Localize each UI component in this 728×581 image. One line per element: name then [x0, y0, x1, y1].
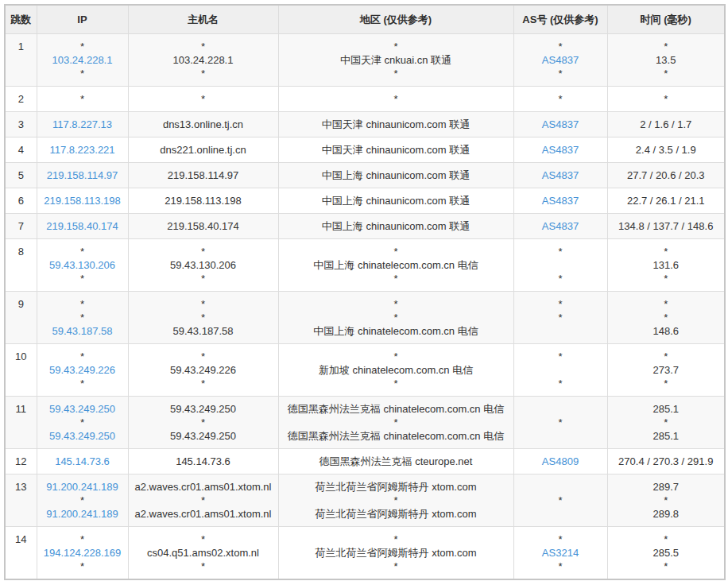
- ip-link[interactable]: 219.158.40.174: [46, 220, 118, 232]
- cell-hop: 14: [5, 527, 37, 580]
- cell-region: 中国上海 chinaunicom.com 联通: [278, 214, 513, 239]
- cell-hop: 12: [5, 449, 37, 474]
- cell-asn: *: [513, 87, 607, 112]
- ip-link[interactable]: 59.43.249.250: [49, 403, 115, 415]
- ip-link[interactable]: 219.158.114.97: [47, 169, 118, 181]
- cell-hop: 3: [5, 112, 37, 138]
- cell-asn: AS4837: [513, 163, 607, 188]
- cell-line: 270.4 / 270.3 / 291.9: [611, 455, 722, 468]
- cell-line: *: [41, 533, 125, 546]
- cell-line: *: [132, 416, 275, 429]
- ip-link[interactable]: 219.158.113.198: [44, 195, 121, 207]
- col-header-time: 时间 (毫秒): [607, 5, 725, 34]
- cell-line: *: [282, 40, 510, 53]
- cell-asn: *: [513, 397, 607, 449]
- cell-hop: 8: [5, 239, 37, 292]
- cell-line: *: [41, 311, 125, 324]
- cell-line: AS4837: [517, 143, 604, 157]
- cell-time: *273.7*: [607, 344, 725, 397]
- cell-line: *: [611, 297, 722, 311]
- cell-time: 289.7*289.8: [607, 474, 725, 527]
- cell-line: a2.waves.cr01.ams01.xtom.nl: [132, 507, 275, 521]
- cell-line: *: [41, 377, 125, 390]
- table-row: 8*59.43.130.206**59.43.130.206**中国上海 chi…: [5, 239, 725, 292]
- cell-hostname: *cs04.q51.ams02.xtom.nl*: [128, 527, 278, 580]
- cell-line: 27.7 / 20.6 / 20.3: [611, 168, 722, 182]
- cell-region: *中国天津 cnkuai.cn 联通*: [278, 34, 513, 87]
- cell-ip: 117.8.227.13: [37, 112, 128, 138]
- asn-link[interactable]: AS4837: [542, 169, 579, 181]
- asn-link[interactable]: AS4837: [542, 195, 579, 207]
- ip-link[interactable]: 194.124.228.169: [44, 547, 122, 559]
- cell-hostname: *103.24.228.1*: [128, 34, 278, 87]
- cell-time: **148.6: [607, 292, 725, 344]
- cell-region: 中国上海 chinaunicom.com 联通: [278, 188, 513, 214]
- table-row: 1391.200.241.189*91.200.241.189a2.waves.…: [5, 474, 725, 527]
- cell-line: 219.158.40.174: [41, 219, 125, 233]
- asn-link[interactable]: AS4837: [542, 220, 579, 232]
- cell-line: *: [611, 416, 722, 429]
- cell-line: *: [282, 560, 510, 573]
- cell-asn: * *: [513, 239, 607, 292]
- cell-line: 91.200.241.189: [41, 480, 125, 494]
- cell-ip: 219.158.113.198: [37, 188, 128, 214]
- cell-line: 德国黑森州法兰克福 cteurope.net: [282, 455, 510, 468]
- cell-line: *: [132, 40, 275, 53]
- ip-link[interactable]: 59.43.187.58: [52, 325, 113, 337]
- asn-link[interactable]: AS4837: [542, 144, 579, 156]
- cell-ip: **59.43.187.58: [37, 292, 128, 344]
- cell-line: 289.8: [611, 507, 722, 521]
- cell-ip: 145.14.73.6: [37, 449, 128, 474]
- cell-line: *: [41, 297, 125, 311]
- cell-line: AS3214: [517, 546, 604, 560]
- ip-link[interactable]: 91.200.241.189: [46, 508, 118, 520]
- cell-line: *: [132, 377, 275, 390]
- asn-link[interactable]: AS4809: [542, 455, 579, 467]
- cell-line: 145.14.73.6: [41, 455, 125, 468]
- cell-ip: 219.158.40.174: [37, 214, 128, 239]
- cell-time: 2.4 / 3.5 / 1.9: [607, 138, 725, 163]
- cell-line: 德国黑森州法兰克福 chinatelecom.com.cn 电信: [282, 429, 510, 443]
- cell-line: *: [41, 40, 125, 53]
- cell-line: *: [41, 92, 125, 106]
- cell-hostname: *: [128, 87, 278, 112]
- cell-line: 2.4 / 3.5 / 1.9: [611, 143, 722, 157]
- table-row: 14*194.124.228.169**cs04.q51.ams02.xtom.…: [5, 527, 725, 580]
- ip-link[interactable]: 59.43.249.226: [49, 364, 115, 376]
- ip-link[interactable]: 59.43.249.250: [49, 430, 115, 442]
- asn-link[interactable]: AS4837: [542, 54, 579, 66]
- cell-line: *: [41, 350, 125, 363]
- ip-link[interactable]: 117.8.223.221: [49, 144, 114, 156]
- cell-region: *中国上海 chinatelecom.com.cn 电信*: [278, 239, 513, 292]
- cell-line: 22.7 / 26.1 / 21.1: [611, 194, 722, 207]
- empty-line: [517, 363, 604, 377]
- ip-link[interactable]: 91.200.241.189: [46, 481, 118, 493]
- ip-link[interactable]: 59.43.130.206: [49, 259, 115, 271]
- cell-line: 荷兰北荷兰省阿姆斯特丹 xtom.com: [282, 546, 510, 560]
- cell-line: *: [517, 311, 604, 324]
- cell-ip: *194.124.228.169*: [37, 527, 128, 580]
- cell-line: *: [132, 245, 275, 258]
- cell-line: 59.43.187.58: [41, 324, 125, 338]
- cell-line: *: [41, 245, 125, 258]
- asn-link[interactable]: AS3214: [542, 547, 579, 559]
- cell-line: 219.158.113.198: [132, 194, 275, 207]
- cell-region: 中国天津 chinaunicom.com 联通: [278, 112, 513, 138]
- cell-line: *: [517, 245, 604, 258]
- cell-hostname: a2.waves.cr01.ams01.xtom.nl*a2.waves.cr0…: [128, 474, 278, 527]
- cell-line: *: [611, 272, 722, 285]
- cell-asn: *: [513, 474, 607, 527]
- empty-line: [517, 429, 604, 443]
- cell-line: *: [282, 377, 510, 390]
- ip-link[interactable]: 117.8.227.13: [52, 118, 112, 130]
- asn-link[interactable]: AS4837: [542, 118, 579, 130]
- cell-line: *: [132, 494, 275, 507]
- cell-line: *: [611, 40, 722, 53]
- cell-line: 59.43.249.226: [132, 363, 275, 377]
- cell-line: *: [282, 67, 510, 80]
- ip-link[interactable]: 145.14.73.6: [55, 455, 110, 467]
- cell-line: 59.43.130.206: [132, 258, 275, 272]
- cell-line: AS4837: [517, 168, 604, 182]
- cell-line: 德国黑森州法兰克福 chinatelecom.com.cn 电信: [282, 402, 510, 416]
- ip-link[interactable]: 103.24.228.1: [52, 54, 113, 66]
